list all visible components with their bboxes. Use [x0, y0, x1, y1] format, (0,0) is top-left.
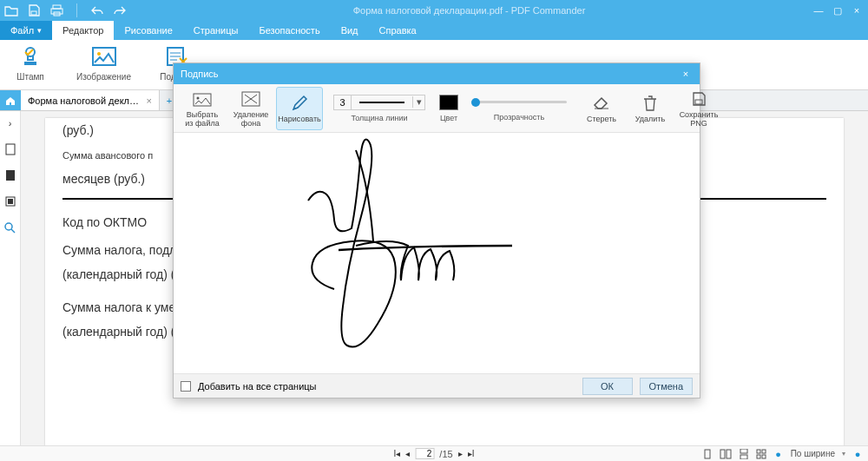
- dlg-savepng-button[interactable]: Сохранить PNG: [675, 87, 722, 130]
- signature-canvas[interactable]: [174, 133, 700, 373]
- dlg-draw-label: Нарисовать: [278, 115, 320, 123]
- panel-bookmarks-icon[interactable]: [3, 168, 17, 182]
- document-tab[interactable]: Форма налоговой декла... ×: [21, 90, 160, 110]
- dlg-erase-label: Стереть: [587, 115, 616, 123]
- svg-rect-5: [24, 62, 36, 65]
- dlg-opacity: Прозрачность: [467, 95, 571, 122]
- pencil-icon: [290, 95, 309, 112]
- image-icon: [91, 43, 117, 69]
- tab-home[interactable]: [0, 90, 21, 110]
- menu-bar: Файл Редактор Рисование Страницы Безопас…: [0, 21, 868, 40]
- pager: I◂ ◂ /15 ▸ ▸I: [394, 448, 475, 459]
- dlg-thickness[interactable]: 3 ▾ Толщина линии: [333, 95, 425, 122]
- trash-icon: [641, 95, 660, 112]
- tool-image[interactable]: Изображение: [76, 43, 131, 82]
- zoom-in[interactable]: ●: [852, 449, 863, 459]
- panel-layers-icon[interactable]: [3, 194, 17, 208]
- view-single-icon[interactable]: [702, 449, 713, 459]
- view-scroll-icon[interactable]: [739, 449, 749, 459]
- svg-rect-20: [762, 450, 766, 453]
- svg-rect-14: [705, 450, 710, 458]
- opacity-label: Прозрачность: [494, 113, 544, 122]
- dialog-bottom-bar: Добавить на все страницы ОК Отмена: [174, 373, 700, 398]
- svg-rect-12: [8, 199, 13, 204]
- dialog-close-icon[interactable]: ×: [679, 69, 693, 79]
- dlg-file-button[interactable]: Выбрать из файла: [179, 87, 226, 130]
- opacity-slider[interactable]: [471, 95, 567, 109]
- color-swatch[interactable]: [439, 95, 458, 110]
- dialog-titlebar[interactable]: Подпись ×: [174, 63, 700, 84]
- panel-expand-icon[interactable]: ›: [3, 116, 17, 130]
- window-title: Форма налоговой декларации.pdf - PDF Com…: [128, 5, 811, 16]
- menu-editor[interactable]: Редактор: [52, 21, 114, 40]
- zoom-label[interactable]: По ширине: [791, 449, 835, 458]
- svg-rect-22: [762, 455, 766, 458]
- thickness-value: 3: [334, 95, 352, 109]
- minimize-button[interactable]: —: [811, 5, 826, 16]
- dlg-removebg-label: Удаление фона: [233, 110, 269, 128]
- zoom-out[interactable]: ●: [773, 449, 784, 459]
- save-png-icon: [689, 90, 708, 108]
- menu-file[interactable]: Файл: [0, 21, 52, 40]
- print-icon[interactable]: [49, 3, 64, 18]
- svg-rect-1: [53, 5, 61, 9]
- svg-rect-9: [6, 144, 15, 155]
- undo-icon[interactable]: [89, 3, 105, 18]
- add-all-checkbox[interactable]: [181, 381, 191, 392]
- menu-security[interactable]: Безопасность: [248, 21, 330, 40]
- panel-thumbnails-icon[interactable]: [3, 142, 17, 156]
- svg-point-13: [5, 223, 12, 230]
- thickness-preview: [352, 95, 412, 109]
- side-panel: ›: [0, 111, 21, 445]
- status-bar: I◂ ◂ /15 ▸ ▸I ● По ширине ▾ ●: [0, 445, 868, 461]
- maximize-button[interactable]: ▢: [830, 5, 845, 16]
- remove-bg-icon: [241, 90, 260, 108]
- color-label: Цвет: [440, 114, 457, 122]
- menu-pages[interactable]: Страницы: [183, 21, 249, 40]
- menu-view[interactable]: Вид: [331, 21, 369, 40]
- page-prev-icon[interactable]: ◂: [405, 449, 410, 458]
- add-all-label: Добавить на все страницы: [198, 381, 317, 392]
- close-button[interactable]: ×: [849, 5, 865, 16]
- dlg-savepng-label: Сохранить PNG: [680, 110, 719, 128]
- svg-rect-26: [695, 100, 702, 104]
- menu-help[interactable]: Справка: [369, 21, 427, 40]
- ok-button[interactable]: ОК: [582, 378, 633, 395]
- redo-icon[interactable]: [112, 3, 128, 18]
- document-tab-label: Форма налоговой декла...: [28, 95, 141, 106]
- svg-point-7: [97, 52, 101, 56]
- view-double-icon[interactable]: [720, 449, 732, 459]
- open-icon[interactable]: [3, 3, 19, 18]
- page-first-icon[interactable]: I◂: [394, 449, 401, 458]
- tab-close-icon[interactable]: ×: [147, 95, 152, 106]
- dlg-file-label: Выбрать из файла: [185, 110, 219, 128]
- tool-image-label: Изображение: [76, 72, 131, 82]
- svg-rect-2: [51, 9, 62, 14]
- thickness-label: Толщина линии: [351, 114, 407, 122]
- tool-stamp[interactable]: Штамп: [9, 43, 52, 82]
- dlg-delete-button[interactable]: Удалить: [627, 87, 674, 130]
- save-icon[interactable]: [26, 3, 42, 18]
- tool-stamp-label: Штамп: [16, 72, 43, 82]
- page-total: /15: [439, 449, 452, 459]
- folder-image-icon: [193, 90, 212, 108]
- panel-search-icon[interactable]: [3, 221, 17, 234]
- cancel-button[interactable]: Отмена: [640, 378, 693, 395]
- title-bar: Форма налоговой декларации.pdf - PDF Com…: [0, 0, 868, 21]
- menu-drawing[interactable]: Рисование: [114, 21, 182, 40]
- svg-rect-16: [727, 450, 731, 458]
- page-last-icon[interactable]: ▸I: [468, 449, 475, 458]
- dlg-erase-button[interactable]: Стереть: [578, 87, 625, 130]
- page-next-icon[interactable]: ▸: [458, 449, 463, 458]
- dlg-color[interactable]: Цвет: [439, 95, 458, 122]
- svg-rect-0: [31, 11, 36, 15]
- thickness-dropdown-icon[interactable]: ▾: [412, 96, 424, 108]
- dlg-removebg-button[interactable]: Удаление фона: [227, 87, 274, 130]
- svg-rect-18: [740, 455, 747, 459]
- svg-point-24: [197, 97, 200, 100]
- view-grid-icon[interactable]: [756, 449, 766, 459]
- signature-dialog: Подпись × Выбрать из файла Удаление фона…: [173, 63, 700, 398]
- svg-rect-6: [93, 48, 115, 65]
- dlg-draw-button[interactable]: Нарисовать: [276, 87, 323, 130]
- page-input[interactable]: [415, 448, 434, 459]
